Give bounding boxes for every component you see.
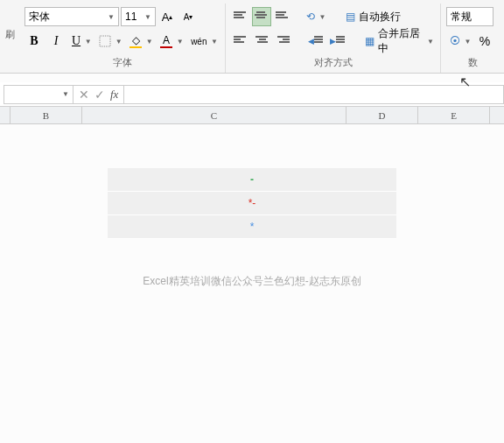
percent-button[interactable]: % — [475, 32, 494, 51]
content-area: - *- * Excel精英培训微信公众号兰色幻想-赵志东原创 — [0, 124, 504, 289]
alignment-group: ⟲ ▼ ▤ 自动换行 ◀ ▶ ▦合并后居中 ▼ 对齐方式 — [226, 4, 441, 73]
cell[interactable]: * — [108, 215, 396, 239]
formula-bar: ▼ ✕ ✓ fx — [0, 82, 504, 107]
number-format-select[interactable]: 常规 — [446, 7, 494, 26]
align-bottom-button[interactable] — [273, 7, 292, 26]
decrease-indent-button[interactable]: ◀ — [305, 32, 325, 51]
ribbon-left: 刷 — [0, 4, 19, 73]
chevron-down-icon: ▼ — [114, 32, 122, 50]
cursor-icon: ↖ — [459, 74, 471, 90]
chevron-down-icon: ▼ — [318, 8, 326, 25]
svg-rect-0 — [100, 36, 110, 46]
underline-button[interactable]: U ▼ — [68, 32, 93, 51]
confirm-button[interactable]: ✓ — [94, 88, 105, 102]
indent-left-icon: ◀ — [308, 37, 314, 46]
align-left-button[interactable] — [231, 32, 250, 51]
bucket-icon: ◇ — [127, 32, 144, 50]
font-size-value: 11 — [125, 11, 136, 23]
chevron-down-icon: ▼ — [144, 13, 151, 21]
phonetic-button[interactable]: wén ▼ — [187, 32, 219, 51]
font-group: 宋体 ▼ 11 ▼ A▴ A▾ B I U ▼ ▼ — [19, 4, 226, 73]
font-name-value: 宋体 — [29, 10, 50, 25]
chevron-down-icon: ▼ — [463, 32, 472, 50]
col-header[interactable]: E — [418, 107, 490, 123]
chevron-down-icon: ▼ — [108, 13, 115, 21]
sheet-area[interactable]: - *- * Excel精英培训微信公众号兰色幻想-赵志东原创 — [0, 124, 504, 289]
formula-input[interactable] — [124, 85, 504, 104]
font-size-select[interactable]: 11 ▼ — [121, 7, 156, 26]
orientation-icon: ⟲ — [304, 8, 318, 25]
font-color-button[interactable]: A ▼ — [157, 32, 185, 51]
fx-button[interactable]: fx — [110, 88, 118, 102]
border-icon — [96, 32, 114, 50]
cell[interactable]: *- — [108, 192, 396, 215]
chevron-down-icon: ▼ — [144, 32, 153, 50]
number-group-label: 数 — [446, 53, 499, 73]
fill-color-button[interactable]: ◇ ▼ — [126, 32, 154, 51]
wrap-icon: ▤ — [346, 11, 355, 23]
formula-bar-buttons: ✕ ✓ fx — [74, 85, 124, 104]
align-bottom-icon — [276, 11, 290, 23]
align-middle-button[interactable] — [252, 7, 271, 26]
align-middle-icon — [255, 11, 269, 23]
name-box[interactable]: ▼ — [4, 85, 74, 104]
font-group-label: 字体 — [24, 53, 220, 73]
align-center-icon — [256, 35, 270, 47]
chevron-down-icon: ▼ — [209, 32, 218, 50]
indent-right-icon: ▶ — [330, 37, 336, 46]
increase-indent-button[interactable]: ▶ — [327, 32, 346, 51]
bold-button[interactable]: B — [24, 32, 44, 51]
align-left-icon — [234, 35, 248, 47]
merge-icon: ▦ — [365, 35, 374, 47]
font-color-icon: A — [158, 32, 175, 50]
align-top-button[interactable] — [231, 7, 250, 26]
merge-center-button[interactable]: ▦合并后居中 ▼ — [361, 32, 435, 51]
chevron-down-icon: ▼ — [175, 32, 184, 50]
currency-button[interactable]: ⦿ ▼ — [446, 32, 472, 51]
italic-button[interactable]: I — [46, 32, 66, 51]
chevron-down-icon: ▼ — [83, 32, 92, 50]
increase-font-button[interactable]: A▴ — [158, 7, 177, 26]
decrease-font-button[interactable]: A▾ — [178, 7, 198, 26]
row-header-edge — [0, 107, 10, 123]
col-header[interactable]: B — [10, 107, 82, 123]
col-header[interactable]: D — [346, 107, 418, 123]
align-center-button[interactable] — [253, 32, 272, 51]
chevron-down-icon: ▼ — [426, 32, 434, 50]
currency-icon: ⦿ — [447, 32, 463, 50]
wrap-text-button[interactable]: ▤ 自动换行 — [341, 7, 405, 26]
chevron-down-icon: ▼ — [62, 90, 69, 98]
font-name-select[interactable]: 宋体 ▼ — [24, 7, 119, 26]
align-top-icon — [234, 11, 248, 23]
orientation-button[interactable]: ⟲ ▼ — [303, 7, 327, 26]
cancel-button[interactable]: ✕ — [79, 88, 89, 102]
number-group: 常规 ⦿ ▼ % 数 — [441, 4, 504, 73]
col-header[interactable]: C — [82, 107, 346, 123]
align-right-icon — [277, 35, 291, 47]
align-right-button[interactable] — [275, 32, 294, 51]
cell[interactable]: - — [108, 168, 396, 192]
border-button[interactable]: ▼ — [95, 32, 123, 51]
credit-text: Excel精英培训微信公众号兰色幻想-赵志东原创 — [26, 274, 478, 289]
column-headers: B C D E — [0, 107, 504, 124]
format-painter-label[interactable]: 刷 — [0, 28, 19, 41]
ribbon: 刷 宋体 ▼ 11 ▼ A▴ A▾ B I U ▼ — [0, 0, 504, 74]
